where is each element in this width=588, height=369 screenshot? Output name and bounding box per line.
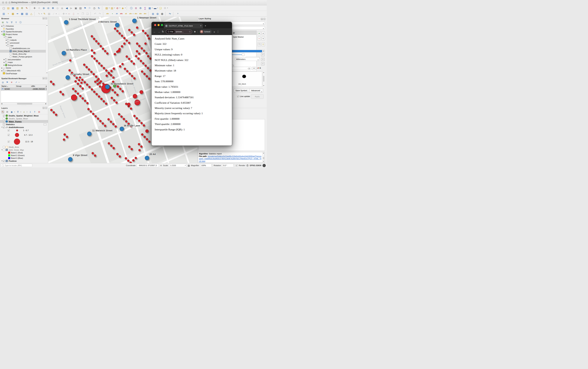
browser-item-deathaddresses-csv[interactable]: deathAddresses.csv [0,47,48,50]
browser-item-raw[interactable]: ▼raw [0,44,48,47]
death-dot[interactable] [144,32,147,34]
delete-selected-icon[interactable]: ▯ [72,12,76,16]
death-dot[interactable] [95,115,97,117]
overflow-chevron-icon[interactable]: » [214,30,215,33]
layer-item-1-6-7[interactable]: ✓1 - 6.7 [0,129,48,132]
death-dot[interactable] [94,154,96,157]
death-dot[interactable] [133,63,135,65]
add-wms-layer-icon[interactable]: ▨ [25,12,29,16]
measure-icon[interactable]: ▬ [153,6,157,10]
browser-item-documentation[interactable]: ▶documentation [0,58,48,61]
layer-item-john-snow-map[interactable]: ▼John_Snow_Map [0,148,48,151]
death-dot[interactable] [96,60,98,62]
death-dot[interactable] [133,34,135,36]
death-dot[interactable] [126,70,128,72]
death-dot[interactable] [97,83,99,85]
death-dot[interactable] [145,52,148,54]
scale-combobox[interactable]: 1:2153▼ [169,164,187,167]
zoom-in-icon[interactable]: ⊕ [42,6,46,10]
death-dot[interactable] [99,120,101,122]
data-defined-override-icon[interactable]: ≡ [261,58,265,61]
browser-scrollbar[interactable]: ▲▼ [46,24,48,74]
add-raster-layer-icon[interactable]: ▦ [11,12,15,16]
death-dot[interactable] [83,64,85,66]
select-features-icon-dropdown[interactable]: ▾ [109,7,110,9]
attribute-table-icon-dropdown[interactable]: ▾ [152,7,153,9]
death-dot[interactable] [142,30,144,32]
pan-to-selection-icon[interactable]: ✛ [37,6,41,10]
death-dot[interactable] [75,80,77,82]
death-dot[interactable] [125,157,127,159]
browser-item-john-snow-map-tif[interactable]: John_Snow_Map.tif [0,50,48,53]
death-dot[interactable] [120,116,122,118]
expand-arrow-icon[interactable]: ▶ [1,25,3,27]
layer-item-deathaddresses[interactable]: ▼✓deathAddresses [0,126,48,129]
layer-item-study-area[interactable]: Study_Area [0,145,48,148]
browser-item-favorites[interactable]: ★Favorites [0,27,48,30]
pan-map-icon[interactable]: ✛ [32,6,37,10]
float-panel-icon[interactable]: ⧉ [42,107,45,109]
death-dot[interactable] [130,108,132,110]
death-dot[interactable] [100,98,102,100]
paste-features-icon[interactable]: ❏ [85,12,90,16]
select-by-location-icon-dropdown[interactable]: ▾ [125,7,126,9]
layer-visibility-checkbox[interactable]: ✓ [8,129,10,131]
layout-manager-icon[interactable]: ▥ [15,6,20,10]
death-dot[interactable] [52,83,54,85]
statistical-summary-icon[interactable]: ≣ [134,6,138,10]
pump-dot[interactable] [66,75,70,80]
browser-item-outputs[interactable]: ▶outputs [0,39,48,41]
layer-visibility-checkbox[interactable]: ✓ [3,115,5,117]
death-dot[interactable] [96,80,98,82]
death-dot[interactable] [86,83,88,86]
panel-resize-handle[interactable]: ······ [0,105,48,106]
death-dot[interactable] [96,93,98,95]
death-dot[interactable] [138,143,140,145]
death-dot[interactable] [128,29,130,31]
expand-arrow-icon[interactable]: ▶ [5,42,7,44]
death-dot[interactable] [121,63,123,65]
death-dot[interactable] [110,74,112,76]
browser-item-project-home[interactable]: ▼Project Home [0,33,48,36]
layer-visibility-checkbox[interactable]: ✓ [3,126,5,128]
death-dot[interactable] [97,118,99,120]
layer-item-12-3-18[interactable]: ✓12.3 - 18 [0,138,48,145]
death-dot[interactable] [131,75,133,77]
death-dot[interactable] [121,45,123,47]
death-dot[interactable] [138,53,140,55]
death-dot[interactable] [79,76,81,79]
pump-dot[interactable] [62,51,66,55]
chrome-zoom-button[interactable] [161,24,163,26]
pump-dot[interactable] [64,20,68,24]
death-dot[interactable] [140,60,142,62]
death-dot[interactable] [88,108,90,110]
duplicate-symbol-layer-button[interactable]: ❐ [258,42,261,46]
browser-filter-icon[interactable]: ∇ [10,21,13,24]
death-dot[interactable] [132,159,134,161]
zoom-window-button[interactable] [9,1,10,4]
expand-arrow-icon[interactable]: ▼ [1,34,3,35]
show-hide-labels-icon-dropdown[interactable]: ▾ [133,13,134,14]
death-dot[interactable] [113,68,115,70]
browser-item-water-pumps-geojson[interactable]: Water_Pumps.geojson [0,55,48,58]
death-dot[interactable] [136,27,138,29]
pump-dot[interactable] [87,132,91,136]
expand-arrow-icon[interactable]: ▶ [1,31,3,32]
toggle-editing-icon[interactable]: ✎ [42,12,47,16]
death-dot[interactable] [119,155,121,157]
death-dot[interactable] [110,121,112,123]
death-dot[interactable] [144,136,146,138]
death-dot[interactable] [98,42,100,45]
death-dot[interactable] [99,82,100,84]
data-defined-override-icon[interactable]: ≡ [261,53,265,56]
back-icon[interactable]: ← [153,30,156,33]
layer-visibility-checkbox[interactable] [3,149,5,151]
zoom-out-icon[interactable]: ⊖ [46,6,50,10]
death-dot-large[interactable] [127,103,130,106]
panel-resize-handle[interactable]: ······ [0,74,48,76]
layer-indicator-icon[interactable] [44,123,47,125]
death-dot[interactable] [63,139,65,141]
death-dot[interactable] [92,113,94,115]
identify-features-icon[interactable]: ⓘ [129,6,133,10]
browser-item-beingjohnsnow[interactable]: ▶QBeingJohnSnow [0,64,48,66]
